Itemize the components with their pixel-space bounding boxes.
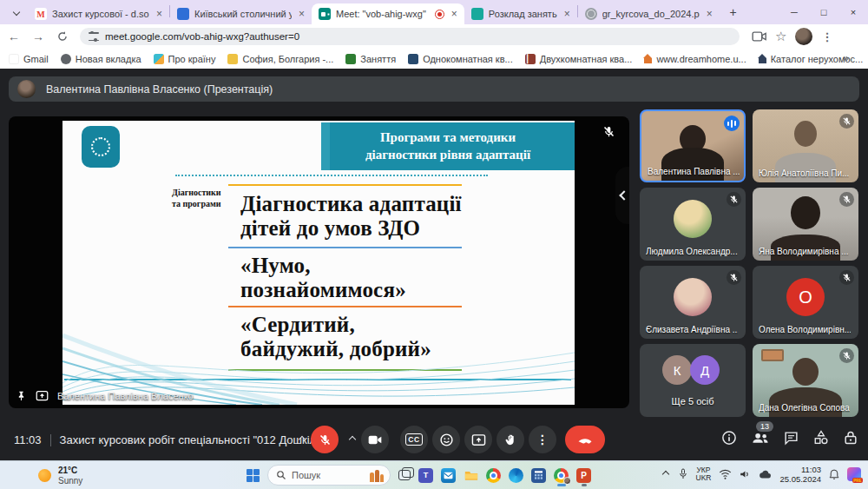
participant-tile[interactable]: Людмила Олександр... <box>640 188 746 261</box>
file-explorer-icon[interactable] <box>464 468 478 483</box>
smiley-icon <box>439 433 454 447</box>
tray-overflow-chevron[interactable] <box>661 471 668 478</box>
tray-mic-icon[interactable] <box>678 468 688 480</box>
globe-icon <box>61 54 71 64</box>
chat-icon[interactable] <box>784 431 799 446</box>
globe-icon <box>585 8 597 20</box>
search-icon <box>276 470 286 480</box>
presenter-name-text: Валентина Павлівна Власенко <box>57 391 194 401</box>
tab-title: Київський столичний універси <box>194 9 292 19</box>
notification-bell-icon[interactable] <box>829 469 839 480</box>
pin-icon[interactable] <box>16 390 27 401</box>
bookmark-newtab[interactable]: Новая вкладка <box>61 54 141 64</box>
camera-options-chevron[interactable] <box>349 436 356 443</box>
tab-gmail[interactable]: M Захист курсової - d.sopova@k × <box>28 3 169 24</box>
maximize-button[interactable]: □ <box>809 0 838 24</box>
participant-tile[interactable]: Яна Володимирівна ... <box>753 188 858 261</box>
start-button[interactable] <box>247 469 260 482</box>
activities-shapes-icon[interactable] <box>813 430 829 446</box>
teams-icon[interactable]: T <box>418 468 433 483</box>
tab-schedule[interactable]: Розклад занять × <box>464 3 577 24</box>
bookmark-gmail[interactable]: MGmail <box>9 54 49 64</box>
audio-bars-icon <box>724 116 740 131</box>
speaker-icon[interactable] <box>740 469 751 479</box>
bookmarks-overflow-chevron[interactable]: » <box>843 52 849 64</box>
edge-icon[interactable] <box>509 468 523 483</box>
browser-tab-strip: M Захист курсової - d.sopova@k × Київськ… <box>0 0 868 24</box>
captions-button[interactable]: CC <box>400 426 428 453</box>
mic-off-icon <box>842 273 852 282</box>
avatar <box>674 200 712 238</box>
close-icon[interactable]: × <box>707 8 713 20</box>
browser-menu-kebab-icon[interactable]: ⋮ <box>821 30 832 43</box>
new-tab-button[interactable]: + <box>725 3 742 21</box>
participant-tile[interactable]: Єлизавета Андріївна ... <box>640 266 746 339</box>
tab-search-button[interactable] <box>5 3 28 22</box>
mic-options-chevron[interactable] <box>299 436 306 443</box>
slide-title-line1: Програми та методики <box>380 129 516 147</box>
more-options-button[interactable]: ⋮ <box>529 426 556 453</box>
present-screen-button[interactable] <box>464 426 492 453</box>
close-icon[interactable]: × <box>564 8 570 20</box>
powerpoint-icon[interactable]: P <box>576 468 591 483</box>
divider <box>228 184 462 186</box>
info-icon[interactable] <box>721 430 737 446</box>
search-box[interactable]: Пошук <box>267 465 391 486</box>
wifi-icon[interactable] <box>719 469 732 479</box>
mic-off-icon <box>842 195 852 204</box>
mail-icon[interactable] <box>441 468 456 483</box>
close-icon[interactable]: × <box>156 8 162 20</box>
mic-off-icon <box>602 125 615 138</box>
task-view-button[interactable] <box>398 470 411 480</box>
wave-decoration <box>62 301 575 405</box>
overflow-tile[interactable]: К Д Ще 5 осіб <box>640 344 746 417</box>
site-settings-icon[interactable] <box>89 32 99 41</box>
tab-meet-active[interactable]: Meet: "vob-ahig-wxg" × <box>312 3 464 24</box>
calculator-icon[interactable] <box>531 468 546 483</box>
close-icon[interactable]: × <box>299 8 305 20</box>
tab-capture-icon[interactable] <box>752 30 766 43</box>
people-panel-button[interactable]: 13 <box>752 431 769 445</box>
search-highlight-image <box>369 469 385 482</box>
bookmark-sofia[interactable]: София, Болгария -... <box>227 54 333 64</box>
photos-pre-app-icon[interactable] <box>847 467 861 481</box>
presentation-stage[interactable]: Програми та методики діагностики рівня а… <box>9 116 629 408</box>
popout-icon[interactable] <box>36 390 49 401</box>
chrome-active-icon[interactable] <box>554 468 569 483</box>
bookmark-classes[interactable]: Заняття <box>345 54 396 64</box>
camera-toggle-button[interactable] <box>361 426 389 453</box>
end-call-button[interactable] <box>565 426 605 453</box>
reload-button[interactable] <box>52 26 73 47</box>
back-button[interactable]: ← <box>3 26 24 47</box>
window-close-button[interactable]: × <box>838 0 868 24</box>
bookmark-star-icon[interactable]: ☆ <box>775 29 786 44</box>
tab-pdf[interactable]: gr_kyrcova_do_2024.pdf × <box>578 3 720 24</box>
weather-condition: Sunny <box>58 476 82 486</box>
tab-university[interactable]: Київський столичний універси × <box>170 3 312 24</box>
reactions-button[interactable] <box>432 426 460 453</box>
clock-date[interactable]: 11:0325.05.2024 <box>779 465 821 485</box>
participant-tile[interactable]: Валентина Павлівна ... <box>640 109 746 182</box>
forward-button[interactable]: → <box>28 26 49 47</box>
address-bar[interactable]: meet.google.com/vob-ahig-wxg?authuser=0 <box>80 28 740 45</box>
close-icon[interactable]: × <box>451 8 457 20</box>
profile-avatar[interactable] <box>795 28 812 45</box>
chrome-icon[interactable] <box>486 468 501 483</box>
participant-tile[interactable]: Юлія Анатоліївна Пи... <box>753 109 858 182</box>
cloud-icon[interactable] <box>759 470 772 479</box>
bookmark-country[interactable]: Про країну <box>154 54 216 64</box>
language-indicator[interactable]: УКРUKR <box>696 466 712 484</box>
participant-tile[interactable]: Дана Олегівна Сопова <box>753 344 858 417</box>
participant-grid: Валентина Павлівна ... Юлія Анатоліївна … <box>640 109 858 417</box>
bookmark-flat1[interactable]: Однокомнатная кв... <box>408 54 513 64</box>
clock-text: 11:03 <box>14 433 42 446</box>
mic-toggle-button[interactable] <box>311 426 339 453</box>
participant-tile[interactable]: О Олена Володимирівн... <box>753 266 858 339</box>
collapse-panel-button[interactable] <box>615 167 629 224</box>
raise-hand-button[interactable] <box>496 426 524 453</box>
bookmark-dreamhome[interactable]: www.dreamhome.u... <box>644 54 746 64</box>
bookmark-flat2[interactable]: ▏Двухкомнатная ква... <box>525 54 633 64</box>
minimize-button[interactable]: ─ <box>779 0 809 24</box>
weather-widget[interactable]: 21°CSunny <box>38 466 82 486</box>
host-controls-lock-icon[interactable] <box>844 430 858 446</box>
